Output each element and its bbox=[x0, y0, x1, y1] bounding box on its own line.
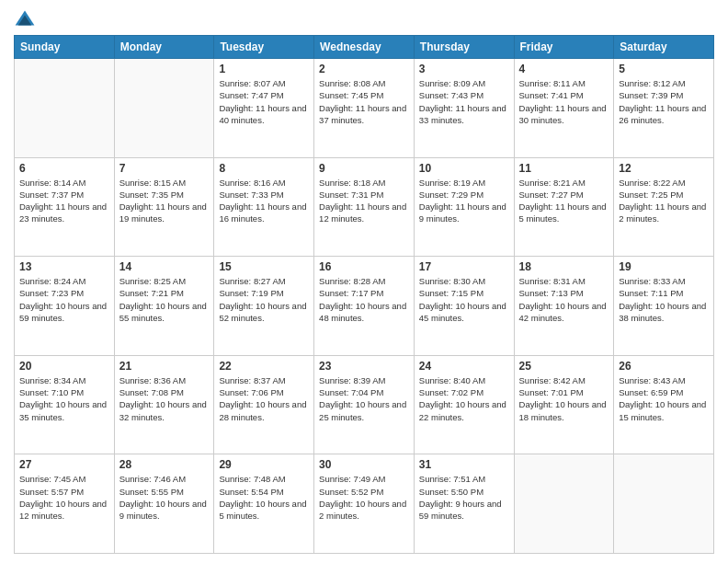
day-number: 26 bbox=[619, 360, 709, 373]
day-number: 6 bbox=[19, 162, 109, 175]
day-info: Sunrise: 8:34 AM Sunset: 7:10 PM Dayligh… bbox=[19, 374, 109, 423]
calendar-cell: 23Sunrise: 8:39 AM Sunset: 7:04 PM Dayli… bbox=[314, 355, 415, 454]
day-info: Sunrise: 8:07 AM Sunset: 7:47 PM Dayligh… bbox=[219, 77, 309, 126]
day-number: 25 bbox=[519, 360, 609, 373]
week-row-0: 1Sunrise: 8:07 AM Sunset: 7:47 PM Daylig… bbox=[15, 59, 714, 158]
calendar-cell: 18Sunrise: 8:31 AM Sunset: 7:13 PM Dayli… bbox=[514, 257, 614, 356]
calendar-cell bbox=[614, 454, 714, 554]
calendar-cell: 21Sunrise: 8:36 AM Sunset: 7:08 PM Dayli… bbox=[114, 355, 214, 454]
calendar-cell: 29Sunrise: 7:48 AM Sunset: 5:54 PM Dayli… bbox=[214, 454, 314, 554]
day-info: Sunrise: 8:12 AM Sunset: 7:39 PM Dayligh… bbox=[619, 77, 709, 126]
calendar-cell: 6Sunrise: 8:14 AM Sunset: 7:37 PM Daylig… bbox=[15, 157, 115, 257]
day-info: Sunrise: 8:33 AM Sunset: 7:11 PM Dayligh… bbox=[619, 275, 709, 324]
day-number: 24 bbox=[419, 360, 509, 373]
week-row-2: 13Sunrise: 8:24 AM Sunset: 7:23 PM Dayli… bbox=[15, 257, 714, 356]
day-info: Sunrise: 8:36 AM Sunset: 7:08 PM Dayligh… bbox=[119, 374, 210, 423]
day-number: 21 bbox=[119, 360, 210, 373]
calendar-cell: 3Sunrise: 8:09 AM Sunset: 7:43 PM Daylig… bbox=[414, 59, 514, 158]
calendar-cell: 8Sunrise: 8:16 AM Sunset: 7:33 PM Daylig… bbox=[214, 157, 314, 257]
day-number: 27 bbox=[19, 458, 109, 471]
page: SundayMondayTuesdayWednesdayThursdayFrid… bbox=[0, 0, 728, 563]
day-info: Sunrise: 7:45 AM Sunset: 5:57 PM Dayligh… bbox=[19, 473, 109, 522]
day-number: 5 bbox=[619, 63, 709, 75]
calendar-cell: 15Sunrise: 8:27 AM Sunset: 7:19 PM Dayli… bbox=[214, 257, 314, 356]
day-number: 9 bbox=[319, 162, 409, 175]
day-info: Sunrise: 8:31 AM Sunset: 7:13 PM Dayligh… bbox=[519, 275, 609, 324]
calendar-cell: 31Sunrise: 7:51 AM Sunset: 5:50 PM Dayli… bbox=[414, 454, 514, 554]
day-number: 8 bbox=[219, 162, 309, 175]
calendar-cell bbox=[114, 59, 214, 158]
day-info: Sunrise: 8:09 AM Sunset: 7:43 PM Dayligh… bbox=[419, 77, 509, 126]
day-number: 1 bbox=[219, 63, 309, 75]
day-number: 2 bbox=[319, 63, 409, 75]
day-info: Sunrise: 8:22 AM Sunset: 7:25 PM Dayligh… bbox=[619, 177, 709, 225]
day-info: Sunrise: 8:16 AM Sunset: 7:33 PM Dayligh… bbox=[219, 177, 309, 225]
calendar-cell: 10Sunrise: 8:19 AM Sunset: 7:29 PM Dayli… bbox=[414, 157, 514, 257]
day-info: Sunrise: 7:46 AM Sunset: 5:55 PM Dayligh… bbox=[119, 473, 210, 522]
day-info: Sunrise: 8:27 AM Sunset: 7:19 PM Dayligh… bbox=[219, 275, 309, 324]
calendar-cell bbox=[514, 454, 614, 554]
day-info: Sunrise: 8:43 AM Sunset: 6:59 PM Dayligh… bbox=[619, 374, 709, 423]
day-info: Sunrise: 8:19 AM Sunset: 7:29 PM Dayligh… bbox=[419, 177, 509, 225]
calendar-cell: 16Sunrise: 8:28 AM Sunset: 7:17 PM Dayli… bbox=[314, 257, 415, 356]
weekday-sunday: Sunday bbox=[15, 36, 115, 59]
calendar-cell: 30Sunrise: 7:49 AM Sunset: 5:52 PM Dayli… bbox=[314, 454, 415, 554]
day-info: Sunrise: 8:25 AM Sunset: 7:21 PM Dayligh… bbox=[119, 275, 210, 324]
calendar-cell: 13Sunrise: 8:24 AM Sunset: 7:23 PM Dayli… bbox=[15, 257, 115, 356]
day-info: Sunrise: 8:14 AM Sunset: 7:37 PM Dayligh… bbox=[19, 177, 109, 225]
day-info: Sunrise: 8:30 AM Sunset: 7:15 PM Dayligh… bbox=[419, 275, 509, 324]
day-info: Sunrise: 8:11 AM Sunset: 7:41 PM Dayligh… bbox=[519, 77, 609, 126]
day-info: Sunrise: 8:37 AM Sunset: 7:06 PM Dayligh… bbox=[219, 374, 309, 423]
calendar-cell: 14Sunrise: 8:25 AM Sunset: 7:21 PM Dayli… bbox=[114, 257, 214, 356]
day-info: Sunrise: 8:08 AM Sunset: 7:45 PM Dayligh… bbox=[319, 77, 409, 126]
calendar-cell: 17Sunrise: 8:30 AM Sunset: 7:15 PM Dayli… bbox=[414, 257, 514, 356]
day-info: Sunrise: 8:21 AM Sunset: 7:27 PM Dayligh… bbox=[519, 177, 609, 225]
day-number: 4 bbox=[519, 63, 609, 75]
day-number: 23 bbox=[319, 360, 409, 373]
day-info: Sunrise: 7:49 AM Sunset: 5:52 PM Dayligh… bbox=[319, 473, 409, 522]
day-number: 19 bbox=[619, 260, 709, 273]
calendar-cell: 27Sunrise: 7:45 AM Sunset: 5:57 PM Dayli… bbox=[15, 454, 115, 554]
calendar-cell: 2Sunrise: 8:08 AM Sunset: 7:45 PM Daylig… bbox=[314, 59, 415, 158]
week-row-3: 20Sunrise: 8:34 AM Sunset: 7:10 PM Dayli… bbox=[15, 355, 714, 454]
calendar-cell: 26Sunrise: 8:43 AM Sunset: 6:59 PM Dayli… bbox=[614, 355, 714, 454]
day-number: 11 bbox=[519, 162, 609, 175]
day-number: 3 bbox=[419, 63, 509, 75]
day-number: 18 bbox=[519, 260, 609, 273]
calendar-cell: 25Sunrise: 8:42 AM Sunset: 7:01 PM Dayli… bbox=[514, 355, 614, 454]
weekday-header-row: SundayMondayTuesdayWednesdayThursdayFrid… bbox=[15, 36, 714, 59]
calendar-cell: 19Sunrise: 8:33 AM Sunset: 7:11 PM Dayli… bbox=[614, 257, 714, 356]
weekday-monday: Monday bbox=[114, 36, 214, 59]
day-info: Sunrise: 8:28 AM Sunset: 7:17 PM Dayligh… bbox=[319, 275, 409, 324]
day-number: 30 bbox=[319, 458, 409, 471]
week-row-1: 6Sunrise: 8:14 AM Sunset: 7:37 PM Daylig… bbox=[15, 157, 714, 257]
calendar-table: SundayMondayTuesdayWednesdayThursdayFrid… bbox=[14, 35, 714, 554]
day-info: Sunrise: 8:24 AM Sunset: 7:23 PM Dayligh… bbox=[19, 275, 109, 324]
day-info: Sunrise: 8:15 AM Sunset: 7:35 PM Dayligh… bbox=[119, 177, 210, 225]
week-row-4: 27Sunrise: 7:45 AM Sunset: 5:57 PM Dayli… bbox=[15, 454, 714, 554]
calendar-cell: 7Sunrise: 8:15 AM Sunset: 7:35 PM Daylig… bbox=[114, 157, 214, 257]
day-number: 12 bbox=[619, 162, 709, 175]
calendar-cell: 28Sunrise: 7:46 AM Sunset: 5:55 PM Dayli… bbox=[114, 454, 214, 554]
day-number: 7 bbox=[119, 162, 210, 175]
day-number: 17 bbox=[419, 260, 509, 273]
day-info: Sunrise: 8:18 AM Sunset: 7:31 PM Dayligh… bbox=[319, 177, 409, 225]
calendar-cell: 22Sunrise: 8:37 AM Sunset: 7:06 PM Dayli… bbox=[214, 355, 314, 454]
weekday-saturday: Saturday bbox=[614, 36, 714, 59]
day-number: 14 bbox=[119, 260, 210, 273]
weekday-tuesday: Tuesday bbox=[214, 36, 314, 59]
day-number: 15 bbox=[219, 260, 309, 273]
logo-icon bbox=[14, 9, 36, 28]
day-info: Sunrise: 8:40 AM Sunset: 7:02 PM Dayligh… bbox=[419, 374, 509, 423]
header bbox=[14, 9, 714, 28]
day-number: 22 bbox=[219, 360, 309, 373]
calendar-cell: 11Sunrise: 8:21 AM Sunset: 7:27 PM Dayli… bbox=[514, 157, 614, 257]
day-number: 20 bbox=[19, 360, 109, 373]
day-number: 29 bbox=[219, 458, 309, 471]
calendar-cell: 5Sunrise: 8:12 AM Sunset: 7:39 PM Daylig… bbox=[614, 59, 714, 158]
calendar-cell: 9Sunrise: 8:18 AM Sunset: 7:31 PM Daylig… bbox=[314, 157, 415, 257]
day-info: Sunrise: 8:42 AM Sunset: 7:01 PM Dayligh… bbox=[519, 374, 609, 423]
day-number: 13 bbox=[19, 260, 109, 273]
day-info: Sunrise: 7:51 AM Sunset: 5:50 PM Dayligh… bbox=[419, 473, 509, 522]
weekday-wednesday: Wednesday bbox=[314, 36, 415, 59]
